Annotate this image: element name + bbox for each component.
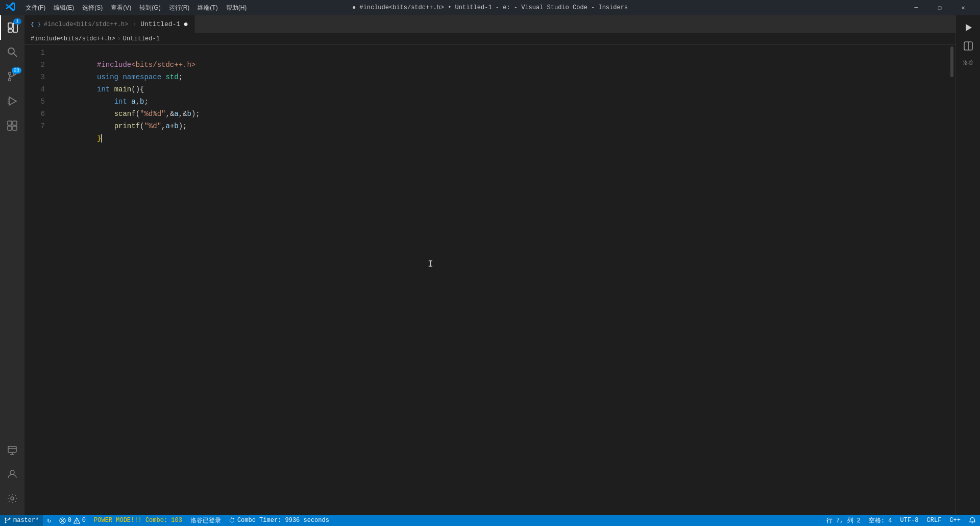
settings-icon	[7, 493, 18, 504]
int-keyword-3: int	[97, 85, 110, 93]
vertical-scrollbar[interactable]	[948, 44, 955, 515]
status-power-mode: POWER MODE!!! Combo: 103	[90, 515, 186, 526]
maximize-button[interactable]: ❐	[928, 0, 951, 15]
scrollbar-thumb[interactable]	[950, 46, 953, 77]
svg-point-26	[5, 518, 7, 519]
error-icon	[59, 517, 66, 524]
svg-marker-23	[966, 24, 972, 31]
warning-icon	[74, 517, 80, 524]
menu-select[interactable]: 选择(S)	[79, 3, 106, 13]
status-spaces[interactable]: 空格: 4	[865, 515, 896, 526]
title-bar: 文件(F) 编辑(E) 选择(S) 查看(V) 转到(G) 运行(R) 终端(T…	[0, 0, 980, 15]
menu-goto[interactable]: 转到(G)	[136, 3, 163, 13]
activity-item-source-control[interactable]: 23	[0, 64, 24, 89]
activity-item-search[interactable]	[0, 40, 24, 64]
warning-count: 0	[82, 517, 86, 524]
breadcrumb-file: Untitled-1	[123, 35, 160, 42]
printf-function: printf	[114, 122, 140, 130]
status-position[interactable]: 行 7, 列 2	[822, 515, 865, 526]
status-errors[interactable]: 0 0	[55, 515, 90, 526]
svg-rect-2	[8, 29, 12, 32]
accounts-icon	[7, 468, 18, 480]
activity-item-remote[interactable]	[0, 437, 24, 462]
activity-item-accounts[interactable]	[0, 462, 24, 486]
error-count: 0	[68, 517, 71, 524]
svg-point-35	[77, 522, 78, 523]
encoding-label: UTF-8	[900, 517, 919, 524]
line-num-7: 7	[24, 120, 45, 132]
code-content[interactable]: #include<bits/stdc++.h> using namespace …	[50, 44, 948, 515]
minimize-button[interactable]: —	[904, 0, 928, 15]
line-num-2: 2	[24, 59, 45, 71]
svg-marker-9	[9, 97, 16, 105]
arg-b: b	[187, 110, 191, 118]
menu-file[interactable]: 文件(F)	[22, 3, 48, 13]
line-ending-label: CRLF	[927, 517, 942, 524]
svg-point-27	[9, 518, 11, 519]
activity-item-run-debug[interactable]	[0, 89, 24, 113]
status-login[interactable]: 洛谷已登录	[186, 515, 225, 526]
timer-icon: ⏱	[229, 517, 235, 524]
scanf-function: scanf	[114, 110, 136, 118]
using-keyword: using	[97, 73, 118, 81]
status-sync[interactable]: ↻	[43, 515, 55, 526]
tab-modified-dot: ●	[183, 20, 188, 29]
position-label: 行 7, 列 2	[826, 516, 861, 525]
menu-help[interactable]: 帮助(H)	[223, 3, 250, 13]
svg-rect-0	[8, 23, 12, 28]
status-bar: master* ↻ 0 0 POWER MODE!!! Combo: 103 洛…	[0, 515, 980, 526]
svg-point-22	[11, 497, 14, 500]
split-editor-button[interactable]	[960, 38, 976, 54]
status-notifications[interactable]	[965, 515, 980, 526]
expr-a: a	[165, 122, 169, 130]
status-branch[interactable]: master*	[0, 515, 43, 526]
editor-tab[interactable]: { } #include<bits/stdc++.h> › Untitled-1…	[24, 15, 195, 33]
comma-5b: ,	[179, 110, 183, 118]
menu-view[interactable]: 查看(V)	[108, 3, 134, 13]
menu-terminal[interactable]: 终端(T)	[194, 3, 220, 13]
include-path: <bits/stdc++.h>	[131, 61, 195, 69]
menu-run[interactable]: 运行(R)	[166, 3, 193, 13]
code-line-1: #include<bits/stdc++.h>	[50, 46, 948, 59]
app-logo	[5, 2, 15, 14]
run-button[interactable]	[960, 19, 976, 36]
svg-point-5	[9, 73, 11, 75]
printf-format: "%d"	[144, 122, 161, 130]
paren-5a: (	[136, 110, 140, 118]
svg-rect-17	[8, 446, 16, 452]
vscode-logo-icon	[5, 2, 15, 12]
line-num-4: 4	[24, 83, 45, 95]
svg-point-7	[9, 79, 11, 81]
status-combo-timer: ⏱ Combo Timer: 9936 seconds	[225, 515, 333, 526]
svg-rect-15	[8, 126, 12, 130]
var-a: a	[131, 98, 135, 106]
status-line-ending[interactable]: CRLF	[923, 515, 946, 526]
menu-edit[interactable]: 编辑(E)	[51, 3, 77, 13]
source-control-badge: 23	[12, 67, 21, 74]
comma-5: ,	[165, 110, 169, 118]
language-label: C++	[949, 517, 961, 524]
breadcrumb-sep: ›	[117, 35, 121, 42]
status-language[interactable]: C++	[945, 515, 965, 526]
menu-bar[interactable]: 文件(F) 编辑(E) 选择(S) 查看(V) 转到(G) 运行(R) 终端(T…	[22, 3, 250, 13]
status-encoding[interactable]: UTF-8	[896, 515, 923, 526]
indent-5	[97, 110, 114, 118]
activity-item-explorer[interactable]: 1	[0, 15, 24, 40]
title-bar-left: 文件(F) 编辑(E) 选择(S) 查看(V) 转到(G) 运行(R) 终端(T…	[5, 2, 250, 14]
window-title: ● #include<bits/stdc++.h> • Untitled-1 -…	[352, 4, 628, 11]
tab-bar: { } #include<bits/stdc++.h> › Untitled-1…	[24, 15, 955, 33]
activity-bar-bottom	[0, 437, 24, 515]
activity-item-extensions[interactable]	[0, 113, 24, 138]
activity-item-settings[interactable]	[0, 486, 24, 511]
close-button[interactable]: ✕	[951, 0, 975, 15]
code-line-3: int main(){	[50, 71, 948, 83]
line-num-6: 6	[24, 108, 45, 120]
activity-bar: 1 23	[0, 15, 24, 515]
paren-open: (){	[131, 85, 144, 93]
code-editor[interactable]: 1 2 3 4 5 6 7 #include<bits/stdc++.h> us…	[24, 44, 955, 515]
tab-filename: Untitled-1	[140, 20, 180, 28]
svg-point-28	[5, 522, 7, 523]
spaces-label: 空格: 4	[869, 516, 892, 525]
std-namespace: std	[165, 73, 178, 81]
svg-rect-13	[8, 121, 12, 125]
